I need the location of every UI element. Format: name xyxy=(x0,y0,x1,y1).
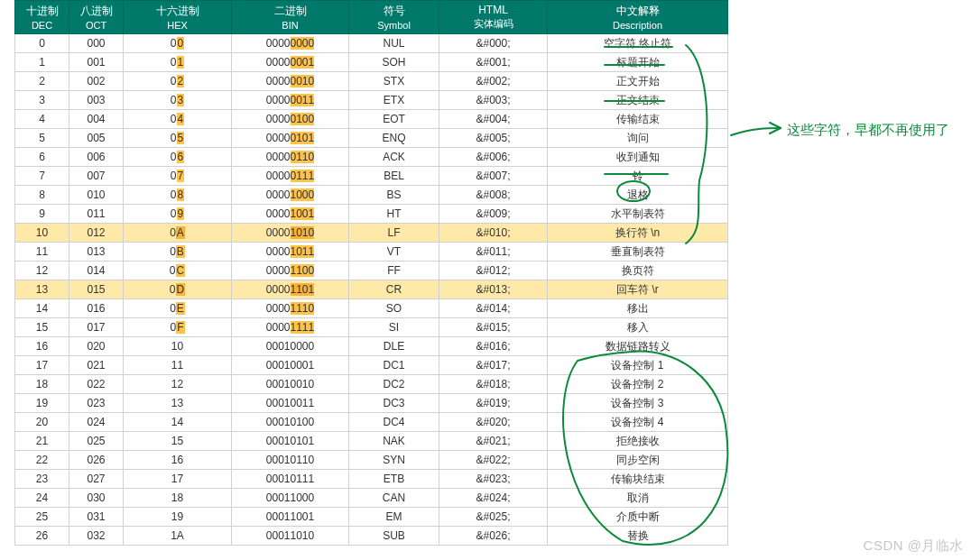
table-cell: FF xyxy=(349,262,439,280)
table-cell: VT xyxy=(349,243,439,262)
table-cell: 14 xyxy=(124,413,232,432)
table-cell: ACK xyxy=(349,148,439,167)
table-cell: 10 xyxy=(124,337,232,356)
table-cell: 00010001 xyxy=(232,356,349,375)
table-cell: NAK xyxy=(349,432,439,451)
table-cell: &#016; xyxy=(439,337,548,356)
table-row: 200241400010100DC4&#020;设备控制 4 xyxy=(15,413,728,432)
column-header: HTML实体编码 xyxy=(439,1,548,34)
table-cell: 025 xyxy=(69,432,124,451)
table-cell: 00011010 xyxy=(232,527,349,546)
table-row: 130150D00001101CR&#013;回车符 \r xyxy=(15,280,728,299)
table-row: 70070700000111BEL&#007;铃 xyxy=(15,167,728,186)
table-row: 190231300010011DC3&#019;设备控制 3 xyxy=(15,394,728,413)
table-cell: &#012; xyxy=(439,262,548,280)
table-cell: 26 xyxy=(15,527,69,546)
table-cell: &#014; xyxy=(439,299,548,318)
table-cell: 015 xyxy=(69,280,124,299)
table-cell: EOT xyxy=(349,110,439,129)
table-cell: 000 xyxy=(69,34,124,53)
table-row: 230271700010111ETB&#023;传输块结束 xyxy=(15,470,728,489)
table-cell: 取消 xyxy=(548,489,728,508)
table-cell: 换页符 xyxy=(548,262,728,280)
table-cell: 移出 xyxy=(548,299,728,318)
table-cell: 1 xyxy=(15,53,69,72)
table-cell: 传输结束 xyxy=(548,110,728,129)
table-cell: 016 xyxy=(69,299,124,318)
table-cell: 18 xyxy=(15,375,69,394)
table-cell: 00000001 xyxy=(232,53,349,72)
table-cell: &#005; xyxy=(439,129,548,148)
table-cell: 1A xyxy=(124,527,232,546)
table-cell: 012 xyxy=(69,224,124,243)
table-cell: 00010110 xyxy=(232,451,349,470)
table-cell: 17 xyxy=(15,356,69,375)
table-cell: &#024; xyxy=(439,489,548,508)
table-cell: BS xyxy=(349,186,439,205)
table-row: 220261600010110SYN&#022;同步空闲 xyxy=(15,451,728,470)
table-cell: 023 xyxy=(69,394,124,413)
table-cell: 收到通知 xyxy=(548,148,728,167)
table-cell: 00010011 xyxy=(232,394,349,413)
table-cell: &#011; xyxy=(439,243,548,262)
table-cell: 00001011 xyxy=(232,243,349,262)
column-header: 符号Symbol xyxy=(349,1,439,34)
table-cell: 垂直制表符 xyxy=(548,243,728,262)
table-cell: 水平制表符 xyxy=(548,205,728,224)
table-cell: 00001100 xyxy=(232,262,349,280)
table-cell: 00010000 xyxy=(232,337,349,356)
table-cell: 0A xyxy=(124,224,232,243)
table-cell: &#017; xyxy=(439,356,548,375)
table-cell: 02 xyxy=(124,72,232,91)
table-row: 40040400000100EOT&#004;传输结束 xyxy=(15,110,728,129)
table-row: 90110900001001HT&#009;水平制表符 xyxy=(15,205,728,224)
table-cell: CAN xyxy=(349,489,439,508)
table-cell: 退格 xyxy=(548,186,728,205)
table-cell: SUB xyxy=(349,527,439,546)
table-cell: 014 xyxy=(69,262,124,280)
table-row: 260321A00011010SUB&#026;替换 xyxy=(15,527,728,546)
handwritten-annotation: 这些字符，早都不再使用了 xyxy=(787,122,949,139)
table-row: 100120A00001010LF&#010;换行符 \n xyxy=(15,224,728,243)
table-cell: 19 xyxy=(15,394,69,413)
table-row: 140160E00001110SO&#014;移出 xyxy=(15,299,728,318)
table-row: 50050500000101ENQ&#005;询问 xyxy=(15,129,728,148)
table-cell: 11 xyxy=(15,243,69,262)
table-cell: 4 xyxy=(15,110,69,129)
table-cell: 004 xyxy=(69,110,124,129)
column-header: 八进制OCT xyxy=(69,1,124,34)
table-cell: 空字符 终止符 xyxy=(548,34,728,53)
table-cell: 移入 xyxy=(548,318,728,337)
table-cell: &#004; xyxy=(439,110,548,129)
table-cell: 传输块结束 xyxy=(548,470,728,489)
table-cell: 数据链路转义 xyxy=(548,337,728,356)
table-cell: &#015; xyxy=(439,318,548,337)
table-row: 00000000000000NUL&#000;空字符 终止符 xyxy=(15,34,728,53)
table-cell: CR xyxy=(349,280,439,299)
table-cell: 6 xyxy=(15,148,69,167)
table-cell: 17 xyxy=(124,470,232,489)
watermark: CSDN @月临水 xyxy=(864,537,964,555)
table-cell: 标题开始 xyxy=(548,53,728,72)
table-cell: BEL xyxy=(349,167,439,186)
table-cell: 换行符 \n xyxy=(548,224,728,243)
table-cell: 21 xyxy=(15,432,69,451)
table-cell: &#003; xyxy=(439,91,548,110)
table-cell: EM xyxy=(349,508,439,527)
table-cell: &#020; xyxy=(439,413,548,432)
table-body: 00000000000000NUL&#000;空字符 终止符1001010000… xyxy=(15,34,728,546)
table-cell: 12 xyxy=(124,375,232,394)
table-cell: &#006; xyxy=(439,148,548,167)
table-cell: 030 xyxy=(69,489,124,508)
table-cell: 03 xyxy=(124,91,232,110)
table-cell: &#009; xyxy=(439,205,548,224)
table-cell: DC3 xyxy=(349,394,439,413)
table-cell: 027 xyxy=(69,470,124,489)
table-cell: 询问 xyxy=(548,129,728,148)
table-cell: 23 xyxy=(15,470,69,489)
table-row: 210251500010101NAK&#021;拒绝接收 xyxy=(15,432,728,451)
table-cell: &#007; xyxy=(439,167,548,186)
table-row: 80100800001000BS&#008;退格 xyxy=(15,186,728,205)
table-cell: 00010010 xyxy=(232,375,349,394)
table-cell: 18 xyxy=(124,489,232,508)
